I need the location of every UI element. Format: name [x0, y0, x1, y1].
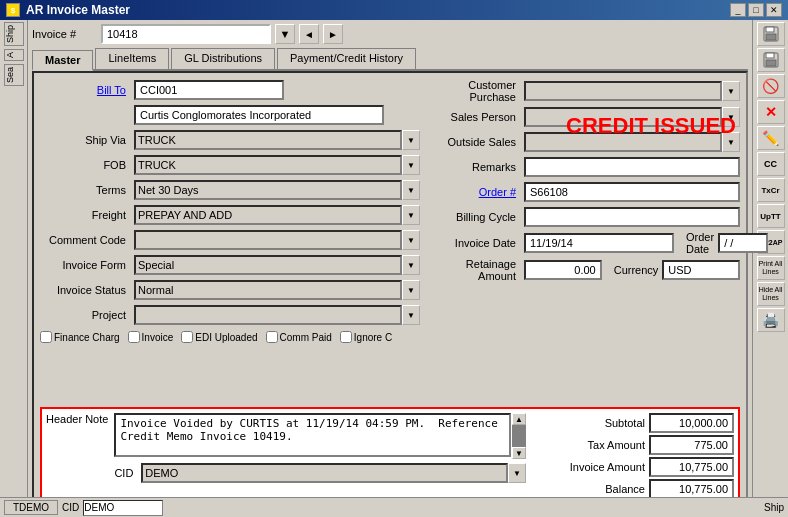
invoice-status-input[interactable]	[134, 280, 402, 300]
header-note-wrapper: Header Note Invoice Voided by CURTIS at …	[46, 413, 526, 484]
finance-charge-checkbox[interactable]	[40, 331, 52, 343]
freight-input[interactable]	[134, 205, 402, 225]
subtotal-label: Subtotal	[535, 417, 645, 429]
comm-paid-checkbox[interactable]	[266, 331, 278, 343]
ship-via-input[interactable]	[134, 130, 402, 150]
left-nav-a[interactable]: A	[4, 49, 24, 61]
order-date-input[interactable]	[718, 233, 768, 253]
tab-gl-distributions[interactable]: GL Distributions	[171, 48, 275, 69]
freight-dropdown[interactable]: ▼	[402, 205, 420, 225]
fob-label: FOB	[40, 159, 130, 171]
freight-label: Freight	[40, 209, 130, 221]
edi-uploaded-checkbox-item: EDI Uploaded	[181, 331, 257, 343]
invoice-checkbox[interactable]	[128, 331, 140, 343]
print-all-group: Print AllLines	[755, 256, 786, 280]
retainage-label: Retainage Amount	[430, 258, 520, 282]
edi-uploaded-checkbox[interactable]	[181, 331, 193, 343]
textarea-scrollbar: ▲ ▼	[512, 413, 526, 459]
invoice-form-combo: ▼	[134, 255, 420, 275]
invoice-number-input[interactable]	[101, 24, 271, 44]
freight-row: Freight ▼	[40, 204, 420, 226]
terms-input[interactable]	[134, 180, 402, 200]
header-note-textarea[interactable]: Invoice Voided by CURTIS at 11/19/14 04:…	[114, 413, 511, 457]
maximize-button[interactable]: □	[748, 3, 764, 17]
project-input[interactable]	[134, 305, 402, 325]
left-column: Bill To Ship Via ▼	[40, 79, 420, 403]
comment-code-input[interactable]	[134, 230, 402, 250]
invoice-status-dropdown[interactable]: ▼	[402, 280, 420, 300]
order-link[interactable]: Order #	[479, 186, 516, 198]
project-combo: ▼	[134, 305, 420, 325]
freight-combo: ▼	[134, 205, 420, 225]
bill-to-name-input[interactable]	[134, 105, 384, 125]
customer-purchase-dropdown[interactable]: ▼	[722, 81, 740, 101]
invoice-form-dropdown[interactable]: ▼	[402, 255, 420, 275]
invoice-date-input[interactable]	[524, 233, 674, 253]
order-row: Order #	[430, 181, 740, 203]
tax-amount-input[interactable]	[649, 435, 734, 455]
invoice-form-label: Invoice Form	[40, 259, 130, 271]
bill-to-name-row	[40, 104, 420, 126]
uptt-button[interactable]: UpTT	[757, 204, 785, 228]
invoice-checkbox-label: Invoice	[142, 332, 174, 343]
bill-to-label: Bill To	[40, 84, 130, 96]
billing-cycle-input[interactable]	[524, 207, 740, 227]
retainage-input[interactable]	[524, 260, 602, 280]
project-dropdown[interactable]: ▼	[402, 305, 420, 325]
invoice-form-input[interactable]	[134, 255, 402, 275]
comment-code-dropdown[interactable]: ▼	[402, 230, 420, 250]
tab-master[interactable]: Master	[32, 50, 93, 71]
save-button[interactable]	[757, 22, 785, 46]
main-container: Ship A Sea Invoice # ▼ ◄ ► Master LineIt…	[0, 20, 788, 517]
hide-all-button[interactable]: Hide AllLines	[757, 282, 785, 306]
outside-sales-label: Outside Sales	[430, 136, 520, 148]
scroll-up-button[interactable]: ▲	[512, 413, 526, 425]
bill-to-input1[interactable]	[134, 80, 284, 100]
left-nav-ship[interactable]: Ship	[4, 22, 24, 46]
subtotal-row: Subtotal	[534, 413, 734, 433]
close-x-button[interactable]: ✕	[757, 100, 785, 124]
ship-via-row: Ship Via ▼	[40, 129, 420, 151]
tdemo-label[interactable]: TDEMO	[4, 500, 58, 515]
ship-via-dropdown[interactable]: ▼	[402, 130, 420, 150]
bottom-section: Header Note Invoice Voided by CURTIS at …	[40, 407, 740, 505]
tab-lineitems[interactable]: LineItems	[95, 48, 169, 69]
invoice-prev-button[interactable]: ◄	[299, 24, 319, 44]
close-button[interactable]: ✕	[766, 3, 782, 17]
svg-rect-5	[766, 60, 776, 66]
cid-input[interactable]	[141, 463, 508, 483]
edit-button[interactable]: ✏️	[757, 126, 785, 150]
terms-dropdown[interactable]: ▼	[402, 180, 420, 200]
balance-row: Balance	[534, 479, 734, 499]
invoice-amount-input[interactable]	[649, 457, 734, 477]
remarks-input[interactable]	[524, 157, 740, 177]
uptt-group: UpTT	[755, 204, 786, 228]
print-all-button[interactable]: Print AllLines	[757, 256, 785, 280]
sales-person-label: Sales Person	[430, 111, 520, 123]
order-input[interactable]	[524, 182, 740, 202]
subtotal-input[interactable]	[649, 413, 734, 433]
currency-input[interactable]	[662, 260, 740, 280]
scroll-down-button[interactable]: ▼	[512, 447, 526, 459]
title-bar-left: $ AR Invoice Master	[6, 3, 130, 17]
save2-button[interactable]	[757, 48, 785, 72]
fob-input[interactable]	[134, 155, 402, 175]
tab-payment-credit-history[interactable]: Payment/Credit History	[277, 48, 416, 69]
cancel-button[interactable]: 🚫	[757, 74, 785, 98]
balance-input[interactable]	[649, 479, 734, 499]
ignore-c-checkbox[interactable]	[340, 331, 352, 343]
fob-dropdown[interactable]: ▼	[402, 155, 420, 175]
minimize-button[interactable]: _	[730, 3, 746, 17]
txcr-button[interactable]: TxCr	[757, 178, 785, 202]
cid-dropdown[interactable]: ▼	[508, 463, 526, 483]
print-button[interactable]: 🖨️	[757, 308, 785, 332]
customer-purchase-combo: ▼	[524, 81, 740, 101]
cc-button[interactable]: CC	[757, 152, 785, 176]
customer-purchase-input[interactable]	[524, 81, 722, 101]
bill-to-link[interactable]: Bill To	[97, 84, 126, 96]
left-nav-sea[interactable]: Sea	[4, 64, 24, 86]
invoice-next-button[interactable]: ►	[323, 24, 343, 44]
invoice-dropdown-button[interactable]: ▼	[275, 24, 295, 44]
terms-combo: ▼	[134, 180, 420, 200]
cid-bottom-input[interactable]	[83, 500, 163, 516]
